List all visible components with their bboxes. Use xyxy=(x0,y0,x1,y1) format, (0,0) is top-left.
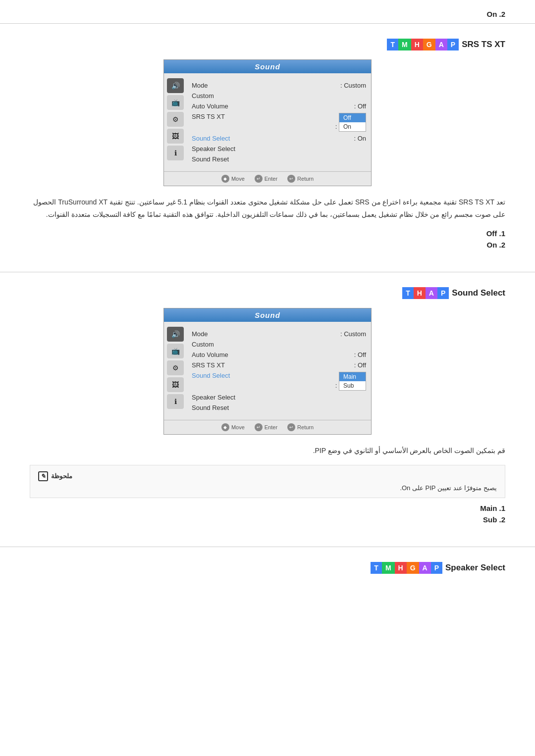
menu-row-reset-1: Sound Reset xyxy=(192,154,366,164)
menu-row-autovolume-2: Auto Volume : Off xyxy=(192,350,366,360)
srs-dropdown-1: Off On xyxy=(339,113,366,132)
menu-icon-channel-2: 📺 xyxy=(167,344,184,358)
opt-off-1: Off xyxy=(339,113,366,122)
return-icon-1: ↩ xyxy=(287,175,295,183)
sound-menu-box-2: Sound 🔊 📺 ⚙ 🖼 ℹ Mode : Custom Custom xyxy=(163,308,372,435)
menu-row-reset-2: Sound Reset xyxy=(192,403,366,413)
menu-icon-picture-2: 🖼 xyxy=(167,377,184,392)
badge-A3: A xyxy=(419,562,431,574)
value-srs-1: : Off On xyxy=(335,113,366,132)
value-soundselect-2: : Main Sub xyxy=(335,372,366,391)
move-icon-2: ◆ xyxy=(221,423,229,431)
menu-icons-1: 🔊 📺 ⚙ 🖼 ℹ xyxy=(164,78,187,166)
sound-menu-title-1: Sound xyxy=(164,60,371,73)
badge-A1: A xyxy=(435,39,447,50)
menu-items-1: Mode : Custom Custom Auto Volume : Off S… xyxy=(187,78,371,166)
menu-icon-picture: 🖼 xyxy=(167,129,184,144)
note-text-2: يصبح متوفرًا عند تعيين PIP على On. xyxy=(38,484,497,492)
sound-menu-body-1: 🔊 📺 ⚙ 🖼 ℹ Mode : Custom Custom xyxy=(164,73,371,171)
label-mode-2: Mode xyxy=(192,330,208,338)
note-box-2: ملحوظة ✎ يصبح متوفرًا عند تعيين PIP على … xyxy=(30,465,505,498)
section-speaker-select: T M H G A P Speaker Select xyxy=(0,547,535,621)
menu-row-srs-1: SRS TS XT : Off On xyxy=(192,111,366,133)
label-speakerselect-2: Speaker Select xyxy=(192,394,235,401)
enter-icon-1: ↵ xyxy=(255,175,263,183)
badge-P3: P xyxy=(431,562,442,574)
menu-row-custom-2: Custom xyxy=(192,339,366,350)
value-autovolume-2: : Off xyxy=(354,351,366,358)
label-custom-2: Custom xyxy=(192,341,214,348)
return-icon-2: ↩ xyxy=(287,423,295,431)
menu-icons-2: 🔊 📺 ⚙ 🖼 ℹ xyxy=(164,327,187,415)
badge-P1: P xyxy=(447,39,459,50)
opt-sub-2: Sub xyxy=(339,381,366,390)
label-srs-2: SRS TS XT xyxy=(192,361,225,369)
numbered-item-1-off: Off .1 xyxy=(30,229,505,238)
badge-H3: H xyxy=(395,562,407,574)
label-speakerselect-1: Speaker Select xyxy=(192,145,235,152)
badge-H: H xyxy=(411,39,423,50)
section-header-speaker: T M H G A P Speaker Select xyxy=(30,562,505,574)
badge-G3: G xyxy=(407,562,419,574)
label-mode-1: Mode xyxy=(192,82,208,89)
note-icon-2: ✎ xyxy=(38,471,48,481)
footer-move-1: ◆ Move xyxy=(221,175,245,183)
note-title-2: ملحوظة ✎ xyxy=(38,471,497,481)
menu-icon-sound: 🔊 xyxy=(167,78,184,93)
enter-icon-2: ↵ xyxy=(255,423,263,431)
menu-row-soundselect-2: Sound Select : Main Sub xyxy=(192,370,366,392)
menu-icon-settings-2: ⚙ xyxy=(167,360,184,375)
value-soundselect-1: : On xyxy=(354,135,366,142)
menu-items-2: Mode : Custom Custom Auto Volume : Off S… xyxy=(187,327,371,415)
menu-footer-2: ◆ Move ↵ Enter ↩ Return xyxy=(164,420,371,434)
numbered-item-2-sub: Sub .2 xyxy=(30,515,505,524)
menu-icon-sound-2: 🔊 xyxy=(167,327,184,342)
section-srs-ts-xt: T M H G A P SRS TS XT Sound 🔊 📺 ⚙ 🖼 ℹ xyxy=(0,23,535,272)
label-reset-1: Sound Reset xyxy=(192,155,229,163)
value-mode-2: : Custom xyxy=(340,330,366,338)
menu-icon-info: ℹ xyxy=(167,146,184,160)
arabic-text-2: قم بتمكين الصوت الخاص بالعرض الأساسي أو … xyxy=(30,445,505,457)
menu-icon-settings: ⚙ xyxy=(167,112,184,127)
label-custom-1: Custom xyxy=(192,92,214,100)
label-reset-2: Sound Reset xyxy=(192,404,229,411)
menu-icon-info-2: ℹ xyxy=(167,394,184,409)
menu-row-mode-1: Mode : Custom xyxy=(192,80,366,91)
badge-A2: A xyxy=(426,287,437,299)
menu-row-speakerselect-1: Speaker Select xyxy=(192,144,366,154)
value-autovolume-1: : Off xyxy=(354,102,366,110)
badge-H2: H xyxy=(414,287,426,299)
badge-group-srs: T M H G A P SRS TS XT xyxy=(387,39,505,50)
sound-menu-box-1: Sound 🔊 📺 ⚙ 🖼 ℹ Mode : Custom xyxy=(163,59,372,186)
move-icon-1: ◆ xyxy=(221,175,229,183)
section-header-srs: T M H G A P SRS TS XT xyxy=(30,39,505,50)
opt-on-1: On xyxy=(339,122,366,131)
badge-P2: P xyxy=(437,287,449,299)
footer-return-2: ↩ Return xyxy=(287,423,314,431)
menu-row-speakerselect-2: Speaker Select xyxy=(192,392,366,403)
badge-T: T xyxy=(387,39,398,50)
badge-M3: M xyxy=(382,562,395,574)
arabic-text-1: تعد SRS TS XT تقنية مجمعية براءة اختراع … xyxy=(30,196,505,221)
badge-T2: T xyxy=(402,287,414,299)
menu-icon-channel: 📺 xyxy=(167,95,184,110)
label-autovolume-1: Auto Volume xyxy=(192,102,228,110)
value-srs-2: : Off xyxy=(354,361,366,369)
badge-G1: G xyxy=(423,39,435,50)
label-autovolume-2: Auto Volume xyxy=(192,351,228,358)
badge-group-sound: T H A P Sound Select xyxy=(402,287,505,299)
footer-move-2: ◆ Move xyxy=(221,423,245,431)
section-title-srs: SRS TS XT xyxy=(462,40,505,50)
badge-T3: T xyxy=(371,562,382,574)
sound-menu-2: Sound 🔊 📺 ⚙ 🖼 ℹ Mode : Custom Custom xyxy=(30,308,505,435)
menu-row-custom-1: Custom xyxy=(192,91,366,101)
value-mode-1: : Custom xyxy=(340,82,366,89)
section-title-speaker: Speaker Select xyxy=(445,563,505,573)
footer-return-1: ↩ Return xyxy=(287,175,314,183)
section-title-sound: Sound Select xyxy=(452,288,505,298)
sound-menu-1: Sound 🔊 📺 ⚙ 🖼 ℹ Mode : Custom xyxy=(30,59,505,186)
menu-row-srs-2: SRS TS XT : Off xyxy=(192,360,366,370)
label-srs-1: SRS TS XT xyxy=(192,113,225,132)
menu-row-mode-2: Mode : Custom xyxy=(192,329,366,339)
soundselect-dropdown-2: Main Sub xyxy=(339,372,366,391)
